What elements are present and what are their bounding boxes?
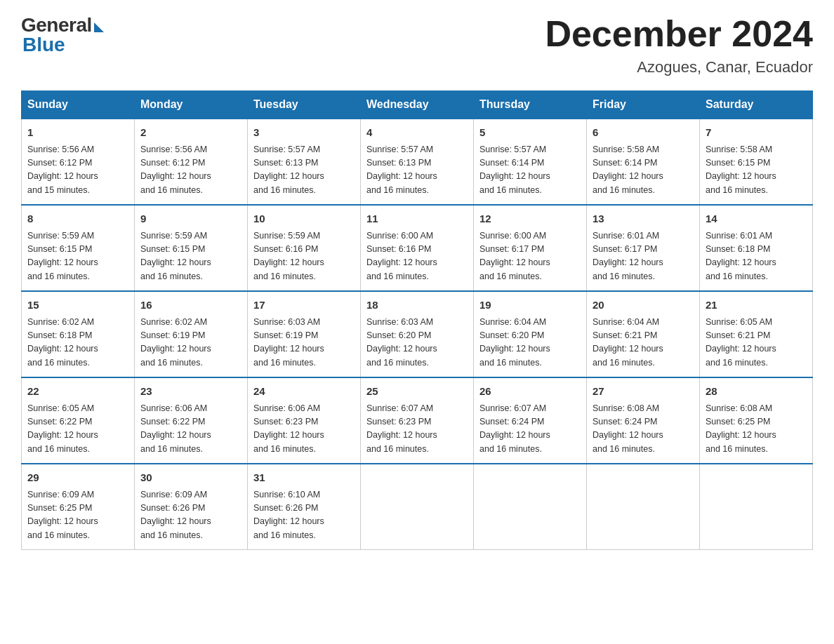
calendar-cell: 13Sunrise: 6:01 AMSunset: 6:17 PMDayligh… bbox=[587, 205, 700, 291]
calendar-cell: 10Sunrise: 5:59 AMSunset: 6:16 PMDayligh… bbox=[248, 205, 361, 291]
calendar-week-row: 22Sunrise: 6:05 AMSunset: 6:22 PMDayligh… bbox=[22, 377, 813, 464]
calendar-cell: 2Sunrise: 5:56 AMSunset: 6:12 PMDaylight… bbox=[135, 119, 248, 205]
day-info: Sunrise: 6:03 AMSunset: 6:20 PMDaylight:… bbox=[366, 316, 468, 370]
day-number: 30 bbox=[140, 470, 241, 486]
day-number: 17 bbox=[253, 297, 355, 314]
calendar-header-thursday: Thursday bbox=[474, 91, 587, 119]
day-info: Sunrise: 6:08 AMSunset: 6:24 PMDaylight:… bbox=[593, 402, 694, 457]
calendar-cell: 24Sunrise: 6:06 AMSunset: 6:23 PMDayligh… bbox=[248, 377, 361, 464]
day-info: Sunrise: 6:06 AMSunset: 6:22 PMDaylight:… bbox=[140, 402, 241, 457]
calendar-cell: 19Sunrise: 6:04 AMSunset: 6:20 PMDayligh… bbox=[474, 291, 587, 377]
day-number: 15 bbox=[27, 297, 128, 314]
calendar-cell: 14Sunrise: 6:01 AMSunset: 6:18 PMDayligh… bbox=[700, 205, 813, 291]
calendar-cell: 6Sunrise: 5:58 AMSunset: 6:14 PMDaylight… bbox=[587, 119, 700, 205]
calendar-table: SundayMondayTuesdayWednesdayThursdayFrid… bbox=[21, 90, 813, 550]
calendar-cell: 30Sunrise: 6:09 AMSunset: 6:26 PMDayligh… bbox=[135, 464, 248, 550]
day-info: Sunrise: 6:00 AMSunset: 6:17 PMDaylight:… bbox=[479, 229, 581, 284]
day-info: Sunrise: 6:04 AMSunset: 6:20 PMDaylight:… bbox=[479, 316, 581, 370]
day-info: Sunrise: 6:06 AMSunset: 6:23 PMDaylight:… bbox=[253, 402, 355, 457]
calendar-cell bbox=[700, 464, 813, 550]
calendar-cell: 26Sunrise: 6:07 AMSunset: 6:24 PMDayligh… bbox=[474, 377, 587, 464]
day-number: 11 bbox=[366, 211, 468, 227]
day-info: Sunrise: 5:57 AMSunset: 6:13 PMDaylight:… bbox=[253, 143, 355, 198]
day-number: 23 bbox=[140, 384, 241, 400]
day-info: Sunrise: 6:09 AMSunset: 6:25 PMDaylight:… bbox=[27, 488, 128, 543]
calendar-cell: 16Sunrise: 6:02 AMSunset: 6:19 PMDayligh… bbox=[135, 291, 248, 377]
calendar-header-friday: Friday bbox=[587, 91, 700, 119]
day-number: 10 bbox=[253, 211, 355, 227]
calendar-cell: 1Sunrise: 5:56 AMSunset: 6:12 PMDaylight… bbox=[22, 119, 135, 205]
page-header: General Blue December 2024 Azogues, Cana… bbox=[21, 14, 813, 76]
day-number: 21 bbox=[706, 297, 807, 314]
day-number: 31 bbox=[253, 470, 355, 486]
day-info: Sunrise: 6:04 AMSunset: 6:21 PMDaylight:… bbox=[593, 316, 694, 370]
calendar-cell: 23Sunrise: 6:06 AMSunset: 6:22 PMDayligh… bbox=[135, 377, 248, 464]
day-number: 27 bbox=[593, 384, 694, 400]
day-number: 8 bbox=[27, 211, 128, 227]
day-number: 3 bbox=[253, 125, 355, 141]
calendar-header-saturday: Saturday bbox=[700, 91, 813, 119]
calendar-cell bbox=[361, 464, 474, 550]
day-info: Sunrise: 6:10 AMSunset: 6:26 PMDaylight:… bbox=[253, 488, 355, 543]
day-number: 9 bbox=[140, 211, 241, 227]
calendar-cell: 25Sunrise: 6:07 AMSunset: 6:23 PMDayligh… bbox=[361, 377, 474, 464]
logo: General Blue bbox=[21, 14, 104, 56]
calendar-cell: 27Sunrise: 6:08 AMSunset: 6:24 PMDayligh… bbox=[587, 377, 700, 464]
day-info: Sunrise: 6:01 AMSunset: 6:17 PMDaylight:… bbox=[593, 229, 694, 284]
day-info: Sunrise: 5:58 AMSunset: 6:15 PMDaylight:… bbox=[706, 143, 807, 198]
day-info: Sunrise: 6:09 AMSunset: 6:26 PMDaylight:… bbox=[140, 488, 241, 543]
calendar-cell: 11Sunrise: 6:00 AMSunset: 6:16 PMDayligh… bbox=[361, 205, 474, 291]
day-number: 20 bbox=[593, 297, 694, 314]
location-subtitle: Azogues, Canar, Ecuador bbox=[545, 58, 813, 76]
calendar-header-sunday: Sunday bbox=[22, 91, 135, 119]
calendar-header-tuesday: Tuesday bbox=[248, 91, 361, 119]
day-number: 29 bbox=[27, 470, 128, 486]
day-number: 24 bbox=[253, 384, 355, 400]
calendar-cell: 12Sunrise: 6:00 AMSunset: 6:17 PMDayligh… bbox=[474, 205, 587, 291]
day-number: 26 bbox=[479, 384, 581, 400]
calendar-header-row: SundayMondayTuesdayWednesdayThursdayFrid… bbox=[22, 91, 813, 119]
day-number: 12 bbox=[479, 211, 581, 227]
day-number: 1 bbox=[27, 125, 128, 141]
day-number: 6 bbox=[593, 125, 694, 141]
day-info: Sunrise: 5:56 AMSunset: 6:12 PMDaylight:… bbox=[140, 143, 241, 198]
calendar-cell: 31Sunrise: 6:10 AMSunset: 6:26 PMDayligh… bbox=[248, 464, 361, 550]
day-info: Sunrise: 5:59 AMSunset: 6:15 PMDaylight:… bbox=[140, 229, 241, 284]
day-info: Sunrise: 6:07 AMSunset: 6:24 PMDaylight:… bbox=[479, 402, 581, 457]
day-number: 2 bbox=[140, 125, 241, 141]
day-info: Sunrise: 5:57 AMSunset: 6:14 PMDaylight:… bbox=[479, 143, 581, 198]
calendar-cell: 3Sunrise: 5:57 AMSunset: 6:13 PMDaylight… bbox=[248, 119, 361, 205]
calendar-cell: 8Sunrise: 5:59 AMSunset: 6:15 PMDaylight… bbox=[22, 205, 135, 291]
calendar-week-row: 8Sunrise: 5:59 AMSunset: 6:15 PMDaylight… bbox=[22, 205, 813, 291]
day-number: 25 bbox=[366, 384, 468, 400]
calendar-week-row: 15Sunrise: 6:02 AMSunset: 6:18 PMDayligh… bbox=[22, 291, 813, 377]
day-number: 13 bbox=[593, 211, 694, 227]
calendar-cell: 21Sunrise: 6:05 AMSunset: 6:21 PMDayligh… bbox=[700, 291, 813, 377]
calendar-cell: 29Sunrise: 6:09 AMSunset: 6:25 PMDayligh… bbox=[22, 464, 135, 550]
day-info: Sunrise: 6:08 AMSunset: 6:25 PMDaylight:… bbox=[706, 402, 807, 457]
day-number: 16 bbox=[140, 297, 241, 314]
day-number: 4 bbox=[366, 125, 468, 141]
calendar-cell: 20Sunrise: 6:04 AMSunset: 6:21 PMDayligh… bbox=[587, 291, 700, 377]
calendar-header-wednesday: Wednesday bbox=[361, 91, 474, 119]
day-number: 28 bbox=[706, 384, 807, 400]
calendar-cell: 9Sunrise: 5:59 AMSunset: 6:15 PMDaylight… bbox=[135, 205, 248, 291]
calendar-cell: 18Sunrise: 6:03 AMSunset: 6:20 PMDayligh… bbox=[361, 291, 474, 377]
day-info: Sunrise: 5:58 AMSunset: 6:14 PMDaylight:… bbox=[593, 143, 694, 198]
calendar-cell: 15Sunrise: 6:02 AMSunset: 6:18 PMDayligh… bbox=[22, 291, 135, 377]
day-info: Sunrise: 5:56 AMSunset: 6:12 PMDaylight:… bbox=[27, 143, 128, 198]
day-info: Sunrise: 6:07 AMSunset: 6:23 PMDaylight:… bbox=[366, 402, 468, 457]
calendar-week-row: 29Sunrise: 6:09 AMSunset: 6:25 PMDayligh… bbox=[22, 464, 813, 550]
day-info: Sunrise: 6:05 AMSunset: 6:22 PMDaylight:… bbox=[27, 402, 128, 457]
day-info: Sunrise: 5:59 AMSunset: 6:16 PMDaylight:… bbox=[253, 229, 355, 284]
day-info: Sunrise: 6:03 AMSunset: 6:19 PMDaylight:… bbox=[253, 316, 355, 370]
calendar-cell bbox=[474, 464, 587, 550]
calendar-week-row: 1Sunrise: 5:56 AMSunset: 6:12 PMDaylight… bbox=[22, 119, 813, 205]
calendar-cell: 7Sunrise: 5:58 AMSunset: 6:15 PMDaylight… bbox=[700, 119, 813, 205]
calendar-cell: 22Sunrise: 6:05 AMSunset: 6:22 PMDayligh… bbox=[22, 377, 135, 464]
day-info: Sunrise: 5:57 AMSunset: 6:13 PMDaylight:… bbox=[366, 143, 468, 198]
day-number: 7 bbox=[706, 125, 807, 141]
calendar-cell: 4Sunrise: 5:57 AMSunset: 6:13 PMDaylight… bbox=[361, 119, 474, 205]
day-info: Sunrise: 5:59 AMSunset: 6:15 PMDaylight:… bbox=[27, 229, 128, 284]
logo-triangle-icon bbox=[94, 22, 104, 32]
